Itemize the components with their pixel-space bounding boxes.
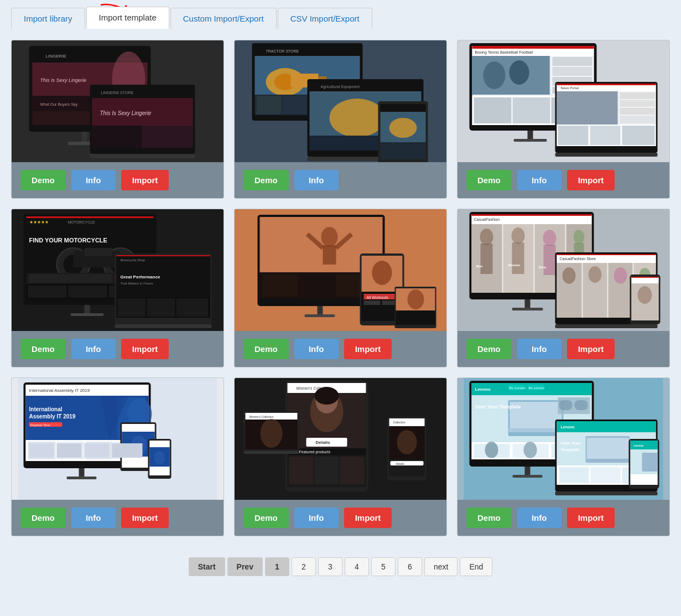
pagination-page-6[interactable]: 6 [398, 557, 422, 576]
svg-point-48 [389, 118, 417, 138]
svg-rect-86 [555, 153, 658, 157]
svg-rect-280 [575, 400, 588, 410]
svg-text:Own Your Template: Own Your Template [475, 404, 521, 410]
svg-text:Agricultural Equipment: Agricultural Equipment [321, 85, 360, 89]
info-button[interactable]: Info [517, 508, 562, 528]
pagination-page-3[interactable]: 3 [318, 557, 342, 576]
svg-rect-230 [85, 443, 110, 458]
info-button[interactable]: Info [294, 508, 339, 528]
svg-rect-114 [117, 255, 210, 256]
demo-button[interactable]: Demo [243, 508, 289, 528]
svg-text:Lenovo: Lenovo [634, 444, 644, 447]
pagination-page-4[interactable]: 4 [345, 557, 369, 576]
import-button[interactable]: Import [567, 170, 615, 190]
import-button[interactable]: Import [121, 339, 169, 359]
card-preview: All Workouts [235, 209, 446, 331]
demo-button[interactable]: Demo [466, 508, 512, 528]
svg-rect-129 [323, 245, 336, 265]
info-button[interactable]: Info [71, 339, 116, 359]
info-button[interactable]: Info [71, 508, 116, 528]
svg-rect-145 [364, 301, 381, 305]
svg-text:Assembly IT 2019: Assembly IT 2019 [29, 413, 76, 420]
tab-import-template[interactable]: Import template [86, 7, 169, 29]
svg-rect-166 [544, 245, 556, 275]
svg-rect-99 [85, 248, 112, 256]
svg-rect-49 [381, 142, 426, 159]
template-card: Boxing Tennis Basketball Football [457, 40, 670, 199]
svg-rect-21 [90, 154, 195, 158]
pagination-next[interactable]: next [424, 557, 458, 576]
tab-import-library[interactable]: Import library [11, 8, 85, 29]
svg-point-224 [154, 451, 165, 464]
svg-text:LINGERIE: LINGERIE [46, 54, 66, 59]
import-button[interactable]: Import [344, 508, 392, 528]
template-card: All Workouts Demo Info Import [234, 209, 447, 367]
svg-rect-248 [340, 457, 365, 484]
svg-point-141 [372, 261, 392, 285]
demo-button[interactable]: Demo [466, 170, 512, 190]
import-button[interactable]: Import [567, 339, 615, 359]
svg-text:That Matters in Future: That Matters in Future [121, 282, 154, 285]
svg-point-184 [563, 267, 576, 284]
template-card: TRACTOR STORE [234, 40, 447, 199]
svg-rect-290 [513, 475, 543, 478]
pagination-page-5[interactable]: 5 [371, 557, 396, 576]
demo-button[interactable]: Demo [243, 170, 289, 190]
demo-button[interactable]: Demo [20, 170, 66, 190]
svg-rect-310 [642, 453, 658, 472]
svg-rect-216 [122, 424, 155, 432]
svg-rect-164 [512, 242, 524, 274]
pagination-prev[interactable]: Prev [227, 557, 263, 576]
svg-text:This Is Sexy Lingerie: This Is Sexy Lingerie [100, 110, 152, 116]
svg-rect-110 [71, 313, 104, 316]
import-button[interactable]: Import [121, 170, 169, 190]
svg-rect-174 [512, 308, 543, 310]
info-button[interactable]: Info [517, 339, 562, 359]
card-preview: International Assembly IT 2019 Internati… [12, 378, 223, 500]
pagination-page-1[interactable]: 1 [265, 557, 289, 576]
demo-button[interactable]: Demo [20, 508, 66, 528]
svg-text:Woman: Woman [508, 263, 521, 267]
tab-custom-import-export[interactable]: Custom Import/Export [170, 8, 277, 29]
template-card: International Assembly IT 2019 Internati… [11, 377, 224, 536]
template-card: Lenovo Be Contact Be Lenovo [457, 377, 670, 536]
svg-point-287 [524, 442, 537, 458]
pagination-page-2[interactable]: 2 [292, 557, 316, 576]
demo-button[interactable]: Demo [243, 339, 289, 359]
svg-rect-311 [631, 474, 658, 485]
svg-rect-19 [92, 126, 142, 148]
info-button[interactable]: Info [517, 170, 562, 190]
svg-rect-247 [315, 457, 339, 484]
svg-rect-231 [112, 443, 143, 458]
svg-text:Collection: Collection [393, 421, 406, 424]
svg-rect-65 [474, 97, 512, 123]
svg-rect-109 [85, 305, 90, 313]
demo-button[interactable]: Demo [466, 339, 512, 359]
svg-rect-90 [27, 216, 154, 218]
import-button[interactable]: Import [567, 508, 615, 528]
tab-csv-import-export[interactable]: CSV Import/Export [278, 8, 372, 29]
svg-rect-20 [142, 126, 193, 148]
pagination-start[interactable]: Start [189, 557, 225, 576]
svg-rect-46 [381, 104, 426, 112]
card-preview: ★★★★★ MOTORCYCLE FIND YOUR MOTORCYCLE [12, 209, 223, 331]
import-button[interactable]: Import [121, 508, 169, 528]
svg-point-41 [330, 99, 385, 137]
svg-rect-53 [472, 46, 594, 49]
svg-text:All Workouts: All Workouts [367, 296, 389, 299]
svg-rect-106 [28, 286, 67, 298]
info-button[interactable]: Info [71, 170, 116, 190]
svg-rect-228 [29, 443, 54, 458]
info-button[interactable]: Info [294, 170, 339, 190]
svg-rect-61 [553, 67, 592, 76]
info-button[interactable]: Info [294, 339, 339, 359]
pagination-end[interactable]: End [460, 557, 492, 576]
demo-button[interactable]: Demo [20, 339, 66, 359]
import-button[interactable]: Import [344, 339, 392, 359]
svg-point-240 [315, 387, 339, 405]
svg-rect-289 [525, 467, 531, 475]
svg-point-57 [484, 61, 506, 89]
card-actions: Demo Info Import [235, 500, 446, 536]
svg-rect-84 [590, 126, 621, 145]
svg-rect-70 [514, 139, 547, 142]
